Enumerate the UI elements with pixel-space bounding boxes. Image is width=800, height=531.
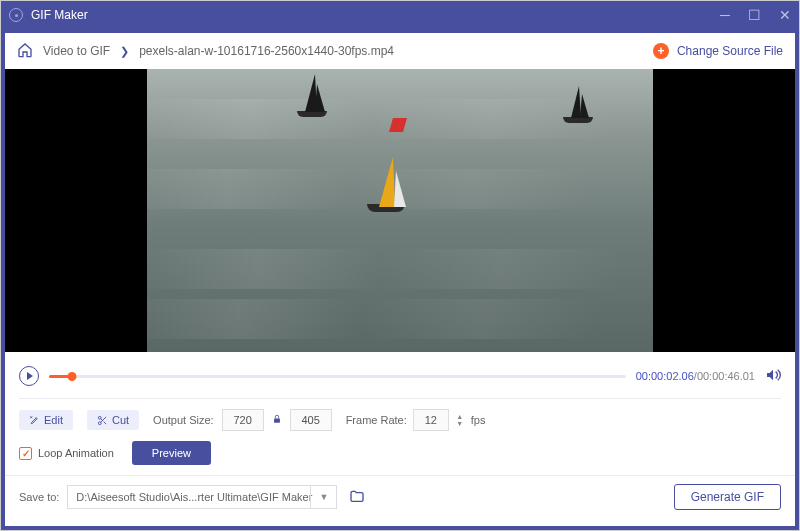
- timecode: 00:00:02.06/00:00:46.01: [636, 370, 755, 382]
- save-to-label: Save to:: [19, 491, 59, 503]
- close-button[interactable]: ✕: [779, 8, 791, 22]
- frame-rate-group: Frame Rate: ▲ ▼ fps: [346, 409, 486, 431]
- preview-button[interactable]: Preview: [132, 441, 211, 465]
- plus-icon: +: [653, 43, 669, 59]
- loop-label: Loop Animation: [38, 447, 114, 459]
- height-input[interactable]: [290, 409, 332, 431]
- save-path-text: D:\Aiseesoft Studio\Ais...rter Ultimate\…: [76, 491, 312, 503]
- generate-label: Generate GIF: [691, 490, 764, 504]
- toolbar: Video to GIF ❯ pexels-alan-w-10161716-25…: [5, 33, 795, 69]
- width-input[interactable]: [222, 409, 264, 431]
- time-total: 00:00:46.01: [697, 370, 755, 382]
- footer-row: Save to: D:\Aiseesoft Studio\Ais...rter …: [19, 484, 781, 510]
- frame-rate-input[interactable]: [413, 409, 449, 431]
- maximize-button[interactable]: ☐: [748, 8, 761, 22]
- edit-button[interactable]: Edit: [19, 410, 73, 430]
- app-window: GIF Maker ─ ☐ ✕ Video to GIF ❯ pexels-al…: [0, 0, 800, 531]
- app-title: GIF Maker: [31, 8, 720, 22]
- options-row: Loop Animation Preview: [19, 441, 781, 465]
- time-current: 00:00:02.06: [636, 370, 694, 382]
- titlebar: GIF Maker ─ ☐ ✕: [1, 1, 799, 29]
- output-size-label: Output Size:: [153, 414, 214, 426]
- svg-point-1: [98, 421, 101, 424]
- frame-rate-label: Frame Rate:: [346, 414, 407, 426]
- breadcrumb-file: pexels-alan-w-10161716-2560x1440-30fps.m…: [139, 44, 394, 58]
- play-button[interactable]: [19, 366, 39, 386]
- fps-unit: fps: [471, 414, 486, 426]
- video-frame[interactable]: [147, 69, 653, 352]
- change-source-label: Change Source File: [677, 44, 783, 58]
- generate-gif-button[interactable]: Generate GIF: [674, 484, 781, 510]
- edit-label: Edit: [44, 414, 63, 426]
- spinner-up[interactable]: ▲: [455, 414, 465, 420]
- change-source-button[interactable]: + Change Source File: [653, 43, 783, 59]
- window-controls: ─ ☐ ✕: [720, 8, 791, 22]
- video-preview-area: [5, 69, 795, 352]
- playback-row: 00:00:02.06/00:00:46.01: [19, 362, 781, 396]
- lock-icon[interactable]: [272, 414, 282, 426]
- breadcrumb-root[interactable]: Video to GIF: [43, 44, 110, 58]
- seek-thumb[interactable]: [68, 372, 77, 381]
- frame-rate-spinner: ▲ ▼: [455, 414, 465, 427]
- chevron-down-icon[interactable]: ▼: [310, 486, 336, 508]
- cut-button[interactable]: Cut: [87, 410, 139, 430]
- save-path-select[interactable]: D:\Aiseesoft Studio\Ais...rter Ultimate\…: [67, 485, 337, 509]
- open-folder-button[interactable]: [349, 489, 365, 506]
- preview-label: Preview: [152, 447, 191, 459]
- volume-icon[interactable]: [765, 367, 781, 386]
- spinner-down[interactable]: ▼: [455, 421, 465, 427]
- svg-rect-2: [274, 419, 280, 423]
- minimize-button[interactable]: ─: [720, 8, 730, 22]
- home-icon[interactable]: [17, 42, 33, 61]
- output-size-group: Output Size:: [153, 409, 332, 431]
- app-icon: [9, 8, 23, 22]
- seek-bar[interactable]: [49, 375, 626, 378]
- app-frame: Video to GIF ❯ pexels-alan-w-10161716-25…: [1, 29, 799, 530]
- loop-checkbox[interactable]: [19, 447, 32, 460]
- svg-point-0: [98, 416, 101, 419]
- settings-row: Edit Cut Output Size: Frame Rate:: [19, 409, 781, 431]
- chevron-right-icon: ❯: [120, 45, 129, 58]
- controls-panel: 00:00:02.06/00:00:46.01 Edit Cut Output …: [5, 352, 795, 526]
- cut-label: Cut: [112, 414, 129, 426]
